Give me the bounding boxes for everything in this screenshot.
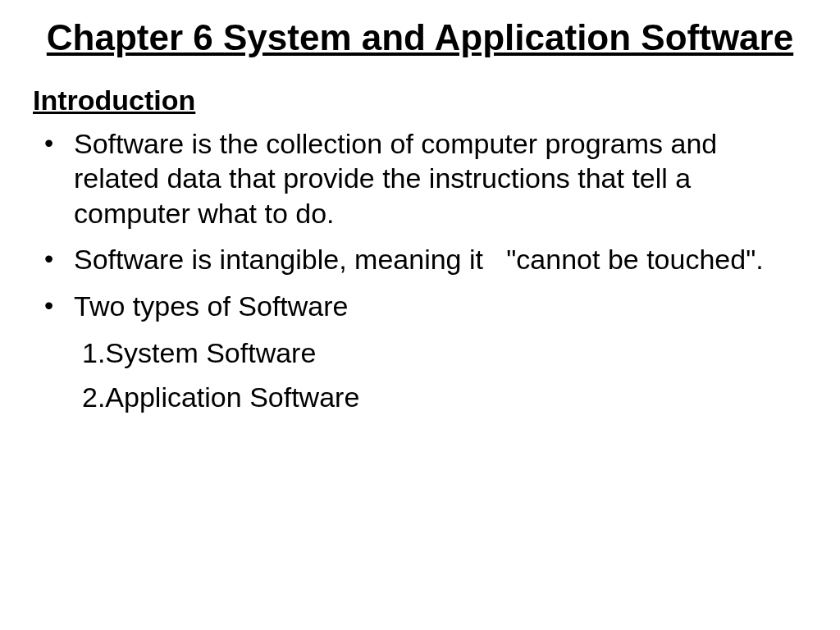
slide-title: Chapter 6 System and Application Softwar… — [33, 16, 807, 60]
subheading-introduction: Introduction — [33, 84, 807, 116]
sub-item: 1.System Software — [82, 335, 807, 372]
bullet-item: Software is intangible, meaning it "cann… — [33, 242, 807, 277]
sub-item-list: 1.System Software 2.Application Software — [33, 335, 807, 417]
sub-item: 2.Application Software — [82, 379, 807, 417]
bullet-item: Two types of Software — [33, 289, 807, 324]
bullet-item: Software is the collection of computer p… — [33, 126, 807, 231]
bullet-list: Software is the collection of computer p… — [33, 126, 807, 324]
